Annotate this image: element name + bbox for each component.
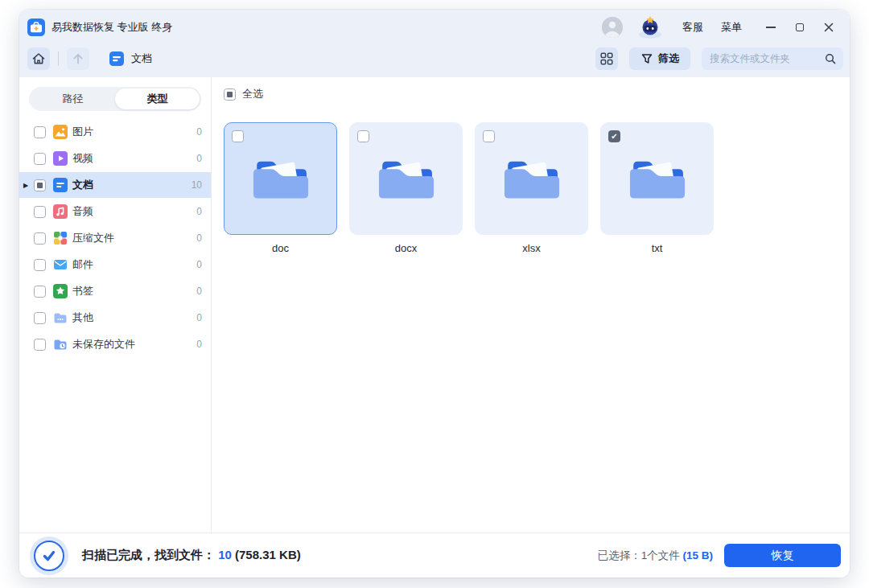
assistant-mascot-icon[interactable] <box>636 16 665 39</box>
folder-item-doc[interactable]: doc <box>224 122 337 254</box>
sidebar-item-pictures[interactable]: 图片 0 <box>19 119 211 145</box>
folder-checkbox[interactable] <box>232 130 244 142</box>
item-count: 0 <box>196 126 202 138</box>
item-count: 0 <box>196 339 202 350</box>
up-button[interactable] <box>67 47 89 70</box>
sidebar-item-label: 文档 <box>72 178 93 192</box>
breadcrumb: 文档 <box>109 51 152 67</box>
folder-icon <box>498 152 566 205</box>
sidebar-item-documents[interactable]: ▶ 文档 10 <box>19 172 211 198</box>
checkbox[interactable] <box>34 206 46 218</box>
filter-funnel-icon <box>640 52 653 65</box>
folder-item-docx[interactable]: docx <box>349 122 463 254</box>
menu-link[interactable]: 菜单 <box>721 20 742 35</box>
folder-card[interactable] <box>600 122 714 235</box>
minimize-button[interactable] <box>763 19 779 35</box>
item-count: 0 <box>196 259 202 270</box>
tab-path[interactable]: 路径 <box>31 88 115 109</box>
close-button[interactable] <box>821 19 837 35</box>
maximize-button[interactable] <box>792 19 808 35</box>
folder-checkbox[interactable] <box>357 130 369 142</box>
folder-card[interactable] <box>224 122 337 235</box>
checkbox[interactable] <box>34 339 46 351</box>
checkbox[interactable] <box>34 153 46 165</box>
grid-view-button[interactable] <box>595 47 618 70</box>
sidebar-tabs: 路径 类型 <box>29 87 201 111</box>
sidebar-item-videos[interactable]: 视频 0 <box>19 146 211 171</box>
person-icon <box>602 17 623 38</box>
folder-name: doc <box>224 242 337 254</box>
selection-size: (15 B) <box>682 549 713 561</box>
content: 路径 类型 图片 0 <box>19 77 850 532</box>
folder-item-xlsx[interactable]: xlsx <box>475 122 588 254</box>
sidebar-item-label: 压缩文件 <box>72 231 114 245</box>
folder-unsaved-icon <box>53 337 68 352</box>
toolbar: 文档 筛选 <box>19 45 850 77</box>
sidebar-item-label: 图片 <box>72 125 93 139</box>
header: 易我数据恢复 专业版 终身 客服 菜单 <box>19 10 850 77</box>
support-link[interactable]: 客服 <box>682 20 703 35</box>
item-count: 0 <box>196 232 202 244</box>
scan-status-text: 扫描已完成，找到文件： 10 (758.31 KB) <box>82 548 301 563</box>
statusbar: 扫描已完成，找到文件： 10 (758.31 KB) 已选择：1个文件 (15 … <box>19 532 850 578</box>
select-all-row[interactable]: 全选 <box>224 87 850 101</box>
checkbox[interactable] <box>34 312 46 324</box>
titlebar: 易我数据恢复 专业版 终身 客服 菜单 <box>19 10 850 45</box>
sidebar-item-email[interactable]: 邮件 0 <box>19 252 211 278</box>
minimize-icon <box>766 27 776 28</box>
sidebar-item-bookmarks[interactable]: 书签 0 <box>19 278 211 304</box>
folder-icon <box>373 152 440 205</box>
document-type-icon <box>109 51 125 67</box>
arrow-up-icon <box>70 51 86 67</box>
grid-view-icon <box>599 51 614 66</box>
folder-card[interactable] <box>475 122 588 235</box>
app-logo-icon <box>27 19 45 36</box>
maximize-icon <box>796 23 804 31</box>
mail-icon <box>53 257 68 272</box>
sidebar-item-label: 其他 <box>72 310 93 325</box>
search-icon[interactable] <box>824 52 837 65</box>
folder-name: xlsx <box>475 242 588 254</box>
app-window: 易我数据恢复 专业版 终身 客服 菜单 <box>19 10 850 578</box>
expand-arrow-icon[interactable]: ▶ <box>23 182 28 189</box>
bookmark-icon <box>53 284 68 298</box>
breadcrumb-label: 文档 <box>131 51 152 66</box>
sidebar-item-label: 视频 <box>72 151 93 166</box>
checkbox[interactable] <box>34 286 46 298</box>
folder-item-txt[interactable]: txt <box>600 122 714 254</box>
checkbox[interactable] <box>34 259 46 271</box>
sidebar-item-audio[interactable]: 音频 0 <box>19 199 211 224</box>
item-count: 0 <box>196 206 202 217</box>
sidebar-item-archives[interactable]: 压缩文件 0 <box>19 225 211 251</box>
sidebar-item-label: 邮件 <box>72 257 93 272</box>
sidebar-item-unsaved[interactable]: 未保存的文件 0 <box>19 331 211 357</box>
sidebar-item-others[interactable]: 其他 0 <box>19 305 211 331</box>
selection-summary: 已选择：1个文件 (15 B) <box>598 549 713 563</box>
archive-icon <box>53 231 68 245</box>
folder-name: docx <box>349 242 463 254</box>
recover-button[interactable]: 恢复 <box>724 544 841 567</box>
select-all-label: 全选 <box>242 87 263 101</box>
search-input[interactable] <box>710 53 824 64</box>
tab-type[interactable]: 类型 <box>115 88 200 109</box>
filter-button[interactable]: 筛选 <box>629 47 690 70</box>
select-all-checkbox[interactable] <box>224 88 236 101</box>
user-avatar[interactable] <box>602 17 623 38</box>
found-size: (758.31 KB) <box>235 548 301 561</box>
selection-label: 已选择：1个文件 <box>598 549 680 561</box>
checkbox-indeterminate[interactable] <box>34 179 46 191</box>
checkbox[interactable] <box>34 126 46 138</box>
item-count: 0 <box>196 286 202 297</box>
folder-checkbox[interactable] <box>483 130 495 142</box>
search-box[interactable] <box>702 47 843 70</box>
folder-icon <box>624 152 691 205</box>
sidebar-item-label: 书签 <box>72 284 93 298</box>
toolbar-divider <box>58 51 59 66</box>
folder-other-icon <box>53 310 68 325</box>
folder-checkbox-checked[interactable] <box>608 130 620 142</box>
found-count: 10 <box>218 548 232 561</box>
checkbox[interactable] <box>34 232 46 245</box>
folder-card[interactable] <box>349 122 463 235</box>
audio-icon <box>53 204 68 219</box>
home-button[interactable] <box>27 47 50 70</box>
